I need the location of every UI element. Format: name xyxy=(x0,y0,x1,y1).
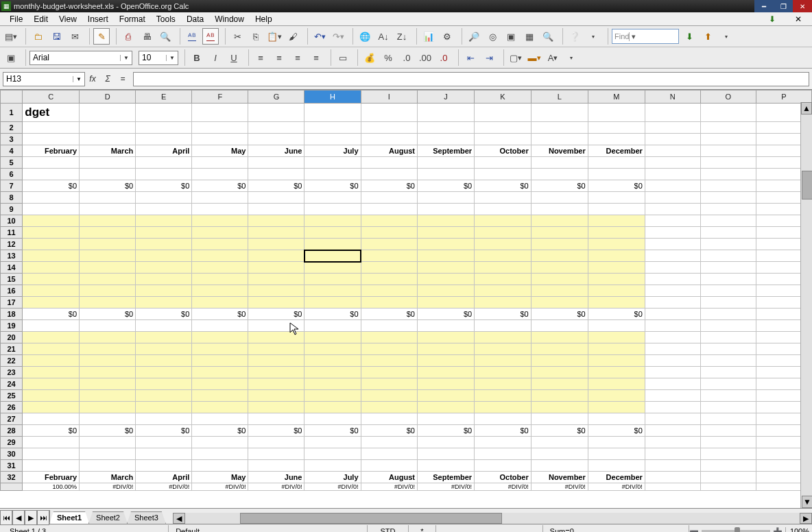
cell-O2[interactable] xyxy=(700,122,756,134)
cell-H27[interactable] xyxy=(304,413,361,425)
cell-F11[interactable] xyxy=(192,227,248,239)
decrease-indent-button[interactable]: ⇤ xyxy=(462,49,479,66)
cell-J4[interactable]: September xyxy=(417,145,474,157)
cell-N10[interactable] xyxy=(645,215,700,227)
row-header-9[interactable]: 9 xyxy=(1,204,23,215)
cell-K16[interactable] xyxy=(475,285,532,297)
email-button[interactable]: ✉ xyxy=(67,28,83,45)
cell-K33[interactable]: #DIV/0! xyxy=(475,483,532,491)
cell-H2[interactable] xyxy=(304,122,361,134)
cell-M5[interactable] xyxy=(588,157,645,169)
cell-I18[interactable]: $0 xyxy=(361,309,417,320)
row-header-32[interactable]: 32 xyxy=(1,472,23,483)
row-header-28[interactable]: 28 xyxy=(1,425,23,437)
cell-M28[interactable]: $0 xyxy=(588,425,645,437)
row-header-20[interactable]: 20 xyxy=(1,332,23,343)
cell-J31[interactable] xyxy=(417,460,474,472)
cell-L3[interactable] xyxy=(531,134,588,145)
sheet-tab-2[interactable]: Sheet2 xyxy=(88,511,128,524)
cell-M20[interactable] xyxy=(588,332,645,343)
tab-first-button[interactable]: ⏮ xyxy=(0,510,12,525)
edit-file-button[interactable]: ✎ xyxy=(93,28,110,45)
row-header-33[interactable] xyxy=(1,483,23,491)
cell-E24[interactable] xyxy=(136,378,192,390)
italic-button[interactable]: I xyxy=(207,49,224,66)
cell-E22[interactable] xyxy=(136,355,192,367)
cell-I15[interactable] xyxy=(361,274,417,285)
cell-F29[interactable] xyxy=(192,437,248,448)
status-mode[interactable]: STD xyxy=(368,525,408,532)
cell-I5[interactable] xyxy=(361,157,417,169)
cell-C1[interactable]: dget xyxy=(23,104,80,122)
cell-C14[interactable] xyxy=(23,262,80,274)
cell-L29[interactable] xyxy=(531,437,588,448)
cell-M13[interactable] xyxy=(588,250,645,262)
find-button[interactable]: 🔎 xyxy=(466,28,482,45)
cell-E10[interactable] xyxy=(136,215,192,227)
cell-C20[interactable] xyxy=(23,332,80,343)
cell-N1[interactable] xyxy=(645,104,700,122)
cell-L20[interactable] xyxy=(531,332,588,343)
cell-K26[interactable] xyxy=(475,402,532,413)
col-header-K[interactable]: K xyxy=(475,90,532,104)
scroll-right-button[interactable]: ▶ xyxy=(800,513,812,524)
row-header-30[interactable]: 30 xyxy=(1,448,23,460)
cell-M7[interactable]: $0 xyxy=(588,180,645,192)
row-header-18[interactable]: 18 xyxy=(1,309,23,320)
cell-O11[interactable] xyxy=(700,227,756,239)
cell-I29[interactable] xyxy=(361,437,417,448)
row-header-15[interactable]: 15 xyxy=(1,274,23,285)
find-input[interactable]: Find ▾ xyxy=(612,29,679,44)
cell-I27[interactable] xyxy=(361,413,417,425)
find-overflow-icon[interactable]: ▾ xyxy=(718,28,735,45)
cell-D30[interactable] xyxy=(80,448,136,460)
cell-G25[interactable] xyxy=(248,390,304,402)
cell-G14[interactable] xyxy=(248,262,304,274)
cell-F7[interactable]: $0 xyxy=(192,180,248,192)
cell-I33[interactable]: #DIV/0! xyxy=(361,483,417,491)
cell-G32[interactable]: June xyxy=(248,472,304,483)
cell-N6[interactable] xyxy=(645,169,700,180)
cell-D18[interactable]: $0 xyxy=(80,309,136,320)
cell-M14[interactable] xyxy=(588,262,645,274)
equals-button[interactable]: = xyxy=(115,71,130,86)
cell-H29[interactable] xyxy=(304,437,361,448)
cell-M23[interactable] xyxy=(588,367,645,378)
cell-J21[interactable] xyxy=(417,343,474,355)
cell-M9[interactable] xyxy=(588,204,645,215)
fontcolor-button[interactable]: A▾ xyxy=(545,49,561,66)
cell-H10[interactable] xyxy=(304,215,361,227)
cell-M22[interactable] xyxy=(588,355,645,367)
format-paint-button[interactable]: 🖌 xyxy=(285,28,301,45)
cell-I28[interactable]: $0 xyxy=(361,425,417,437)
cell-K6[interactable] xyxy=(475,169,532,180)
merge-cells-button[interactable]: ▭ xyxy=(335,49,351,66)
cell-D14[interactable] xyxy=(80,262,136,274)
cell-H19[interactable] xyxy=(304,320,361,332)
chevron-down-icon[interactable]: ▾ xyxy=(629,32,636,41)
name-box[interactable]: H13 ▼ xyxy=(3,72,85,86)
cell-G16[interactable] xyxy=(248,285,304,297)
preview-button[interactable]: 🔍 xyxy=(157,28,174,45)
cell-F18[interactable]: $0 xyxy=(192,309,248,320)
row-header-10[interactable]: 10 xyxy=(1,215,23,227)
cell-K19[interactable] xyxy=(475,320,532,332)
row-header-2[interactable]: 2 xyxy=(1,122,23,134)
cell-M17[interactable] xyxy=(588,297,645,309)
cell-J30[interactable] xyxy=(417,448,474,460)
cell-F19[interactable] xyxy=(192,320,248,332)
cell-L25[interactable] xyxy=(531,390,588,402)
cell-O18[interactable] xyxy=(700,309,756,320)
cell-E7[interactable]: $0 xyxy=(136,180,192,192)
cell-H13[interactable] xyxy=(304,250,361,262)
cell-F24[interactable] xyxy=(192,378,248,390)
cell-H14[interactable] xyxy=(304,262,361,274)
cell-O12[interactable] xyxy=(700,239,756,250)
cell-N16[interactable] xyxy=(645,285,700,297)
row-header-8[interactable]: 8 xyxy=(1,192,23,204)
cell-D20[interactable] xyxy=(80,332,136,343)
cell-L6[interactable] xyxy=(531,169,588,180)
cell-D16[interactable] xyxy=(80,285,136,297)
row-header-1[interactable]: 1 xyxy=(1,104,23,122)
row-header-17[interactable]: 17 xyxy=(1,297,23,309)
